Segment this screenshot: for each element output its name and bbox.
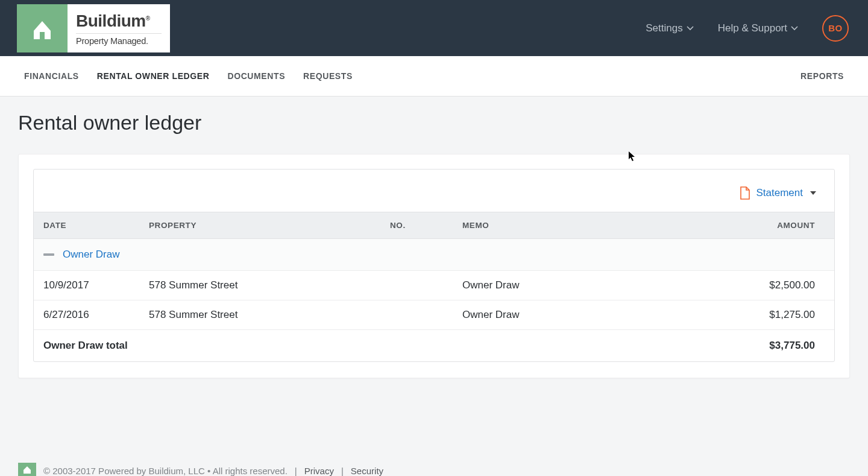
- logo-text: Buildium® Property Managed.: [68, 4, 170, 52]
- house-icon: [29, 15, 55, 42]
- top-header: Buildium® Property Managed. Settings Hel…: [0, 0, 868, 56]
- cell-no: [380, 271, 453, 300]
- footer: © 2003-2017 Powered by Buildium, LLC • A…: [0, 460, 868, 476]
- tab-nav: FINANCIALS RENTAL OWNER LEDGER DOCUMENTS…: [0, 56, 868, 97]
- brand-name: Buildium: [76, 11, 146, 30]
- cell-no: [380, 300, 453, 330]
- logo-mark: [17, 4, 68, 52]
- chevron-down-icon: [687, 26, 694, 31]
- svg-rect-1: [40, 32, 45, 39]
- group-row: Owner Draw: [34, 239, 834, 271]
- caret-down-icon: [810, 191, 816, 195]
- help-menu[interactable]: Help & Support: [718, 22, 798, 34]
- cell-date: 10/9/2017: [34, 271, 139, 300]
- tab-nav-right: REPORTS: [800, 58, 844, 94]
- table-row: 10/9/2017 578 Summer Street Owner Draw $…: [34, 271, 834, 300]
- table-header-row: DATE PROPERTY NO. MEMO AMOUNT: [34, 212, 834, 239]
- cell-memo: Owner Draw: [453, 271, 696, 300]
- ledger-panel: Statement DATE PROPERTY NO. MEMO AMOUNT: [33, 169, 835, 362]
- tab-financials[interactable]: FINANCIALS: [24, 58, 79, 94]
- statement-label: Statement: [756, 187, 804, 199]
- total-amount: $3,775.00: [696, 330, 834, 362]
- topbar-right: Settings Help & Support BO: [646, 15, 849, 42]
- brand-tagline: Property Managed.: [76, 33, 162, 46]
- group-label[interactable]: Owner Draw: [63, 249, 119, 261]
- panel-toolbar: Statement: [34, 170, 834, 212]
- chevron-down-icon: [791, 26, 798, 31]
- footer-copyright: © 2003-2017 Powered by Buildium, LLC • A…: [43, 466, 288, 476]
- col-header-property[interactable]: PROPERTY: [139, 212, 380, 239]
- help-label: Help & Support: [718, 22, 787, 34]
- col-header-amount[interactable]: AMOUNT: [696, 212, 834, 239]
- registered-mark: ®: [146, 15, 150, 22]
- settings-menu[interactable]: Settings: [646, 22, 693, 34]
- cell-amount: $1,275.00: [696, 300, 834, 330]
- cell-date: 6/27/2016: [34, 300, 139, 330]
- house-icon: [22, 465, 32, 474]
- tab-rental-owner-ledger[interactable]: RENTAL OWNER LEDGER: [97, 58, 210, 94]
- statement-button[interactable]: Statement: [740, 186, 817, 200]
- tab-nav-left: FINANCIALS RENTAL OWNER LEDGER DOCUMENTS…: [24, 58, 353, 94]
- col-header-memo[interactable]: MEMO: [453, 212, 696, 239]
- ledger-card: Statement DATE PROPERTY NO. MEMO AMOUNT: [18, 154, 850, 378]
- footer-sep: |: [341, 466, 344, 476]
- footer-logo: [18, 463, 36, 476]
- total-label: Owner Draw total: [34, 330, 696, 362]
- total-row: Owner Draw total $3,775.00: [34, 330, 834, 362]
- page-title: Rental owner ledger: [0, 97, 868, 141]
- footer-security-link[interactable]: Security: [351, 466, 383, 476]
- settings-label: Settings: [646, 22, 682, 34]
- ledger-table: DATE PROPERTY NO. MEMO AMOUNT Owner Draw: [34, 212, 834, 361]
- brand-logo[interactable]: Buildium® Property Managed.: [17, 4, 170, 52]
- avatar[interactable]: BO: [822, 15, 849, 42]
- col-header-date[interactable]: DATE: [34, 212, 139, 239]
- footer-privacy-link[interactable]: Privacy: [304, 466, 334, 476]
- cell-property: 578 Summer Street: [139, 271, 380, 300]
- cell-property: 578 Summer Street: [139, 300, 380, 330]
- cell-amount: $2,500.00: [696, 271, 834, 300]
- cell-memo: Owner Draw: [453, 300, 696, 330]
- col-header-no[interactable]: NO.: [380, 212, 453, 239]
- tab-requests[interactable]: REQUESTS: [303, 58, 353, 94]
- tab-documents[interactable]: DOCUMENTS: [227, 58, 285, 94]
- collapse-icon[interactable]: [43, 253, 54, 256]
- svg-marker-2: [24, 466, 31, 474]
- document-icon: [740, 186, 750, 200]
- footer-sep: |: [295, 466, 297, 476]
- tab-reports[interactable]: REPORTS: [800, 58, 844, 94]
- table-row: 6/27/2016 578 Summer Street Owner Draw $…: [34, 300, 834, 330]
